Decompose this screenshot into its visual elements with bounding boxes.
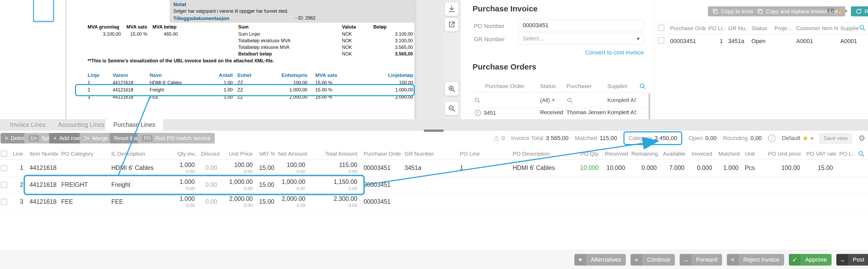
col-supplier[interactable]: Supplie... [838,25,859,31]
warning-count: 0 [501,135,505,142]
lines-col-po-description: PO Description [509,151,576,157]
cell-vat: 15.00 [256,198,275,205]
col-status[interactable]: Status [749,25,772,31]
zoom-out-button[interactable] [445,102,459,115]
cell-available: 7.000 [660,164,687,171]
tab-accounting-lines[interactable]: Accounting Lines [50,119,112,131]
gr-number-select[interactable]: Select... ▾ [518,33,644,45]
purchase-orders-grid: Purchase Order Status Purchaser Supplier… [472,80,649,119]
grid-search-button[interactable] [636,83,649,89]
col-purchase-order[interactable]: Purchase Order [668,25,706,31]
col-gr-number[interactable]: GR Nu... [725,25,749,31]
refresh-button[interactable]: Refresh [851,6,868,17]
cell-qty-invoiced: 1.0000.00 [174,195,198,208]
lines-col-line: Line [8,151,26,157]
po-number-input[interactable] [518,20,644,31]
invoice-total-value: 3 565,00 [546,135,568,142]
doc-cell: 2.000,00 [256,94,307,100]
lines-col-search[interactable] [855,150,868,157]
tab-invoice-lines[interactable]: Invoice Lines [2,119,53,131]
page-thumbnail[interactable] [33,0,54,22]
convert-to-cost-invoice-link[interactable]: Convert to cost invoice [585,49,644,56]
cell-po-vat-rate: 15.00 [803,164,836,171]
refresh-label: Refresh [865,8,868,15]
scrollbar[interactable] [649,93,650,121]
po-search-filter[interactable] [472,97,538,103]
select-all-checkbox[interactable] [658,25,664,31]
purchaser-search-filter[interactable] [565,97,606,103]
cell-total-amount: 1,150.000.00 [308,178,361,191]
sum-row-label: Betalbart beløp [238,51,272,57]
cell-item-number: 44121618 [26,198,58,205]
col-supplier[interactable]: Supplier [606,83,636,89]
supplier-filter[interactable]: Komplett ASA [606,97,636,103]
merge-button[interactable]: Merge [80,133,113,143]
col-po-line[interactable]: PO Li... [706,25,725,31]
doc-cell: 44121618 [113,87,150,93]
col-status[interactable]: Status [538,83,565,89]
purchase-order-row[interactable]: 3451 Received Thomas Jensen Komplett ASA [472,108,649,119]
alternatives-button[interactable]: ▾Alternatives [575,254,626,266]
cell-il-description: HDMI 6' Cables [108,164,174,171]
forward-icon: → [680,254,691,266]
refresh-icon [856,8,862,15]
status-filter[interactable]: (All) ▾ [538,97,565,103]
lines-grid-row-2[interactable]: 244121618FREIGHTFreight1.0000.000.001,00… [0,177,868,193]
document-note-section: Notat Selger har salgspant i varene til … [169,0,414,23]
lines-col-discount: Discount [198,151,220,157]
add-row-button[interactable]: + Add row [49,133,84,143]
continue-button[interactable]: »Continue [630,254,675,266]
supplier-filter-value: Komplett ASA [607,97,636,103]
gear-icon[interactable]: ⚙ [858,134,865,142]
doc-cell: 1.00 [209,80,233,86]
rounding-value: 0,00 [751,135,762,142]
mva-rate-value: 15.00 % [130,31,147,37]
continue-icon: » [630,254,642,266]
view-code-selector[interactable]: FB ★ ▾ [827,7,847,14]
select-all-checkbox[interactable] [1,151,7,157]
cell-qty-invoiced: 1.0000.00 [174,161,198,174]
row-checkbox[interactable] [1,182,7,188]
view-selector[interactable]: Default ★ ▾ [782,135,813,142]
col-purchase-order[interactable]: Purchase Order [472,83,538,89]
row-checkbox[interactable] [658,37,664,44]
post-button[interactable]: →Post [836,254,868,266]
button-label: Alternatives [586,256,626,263]
open-external-button[interactable] [445,18,459,31]
sum-row-currency: NOK [342,51,352,57]
download-button[interactable] [445,2,459,16]
lines-col-select[interactable] [0,151,8,157]
col-customer-item[interactable]: Customer Item No. [794,25,838,31]
run-po-match-label: Run PO match service [155,135,211,141]
tab-purchase-lines[interactable]: Purchase Lines [105,119,163,131]
po-number-label: PO Number [474,23,504,30]
cell-purchase-order: 00003451 [361,198,401,205]
run-po-match-button[interactable]: PO Run PO match service [138,133,215,143]
col-project[interactable]: Proje... [772,25,794,31]
lines-grid-row-1[interactable]: 144121618HDMI 6' Cables1.0000.000.00100.… [0,160,868,177]
expand-row-icon[interactable] [474,109,482,116]
splitter-grip[interactable] [424,130,444,132]
grid-search-button[interactable] [859,24,868,32]
warnings-indicator[interactable]: ⚠ 0 [493,135,505,142]
save-view-button[interactable]: Save view [819,133,852,143]
po-line-row[interactable]: 00003451 1 3451a Open A0001 A0001 [654,34,868,48]
forward-button[interactable]: →Forward [680,254,722,266]
lines-toolbar: × Delete 1/n Split + Add row Merge Reset… [0,131,868,146]
lines-col-po-vat-rate: PO VAT rate [803,151,836,157]
lines-col-total-amount: Total Amount [308,151,361,157]
mva-amount-value: 465.00 [151,31,178,37]
doc-table-header: LinjeVarenrNavnAntallEnhetEnhetsprisMVA … [88,71,413,79]
doc-cell: 100.00 [349,80,413,86]
reject-invoice-button[interactable]: ×Reject invoice [727,254,784,266]
cell-po-description: HDMI 6' Cables [509,164,576,171]
approve-button[interactable]: ✓Approve [789,254,832,266]
info-icon[interactable]: i [768,134,775,142]
zoom-in-button[interactable] [445,82,459,96]
row-checkbox[interactable] [1,165,7,171]
cell-line: 2 [8,181,26,188]
row-checkbox[interactable] [1,199,7,205]
lines-grid-row-3[interactable]: 344121618FEEFEE1.0000.000.002,000.000.00… [0,193,868,210]
cell-po-category: FREIGHT [58,181,108,188]
col-purchaser[interactable]: Purchaser [565,83,606,89]
